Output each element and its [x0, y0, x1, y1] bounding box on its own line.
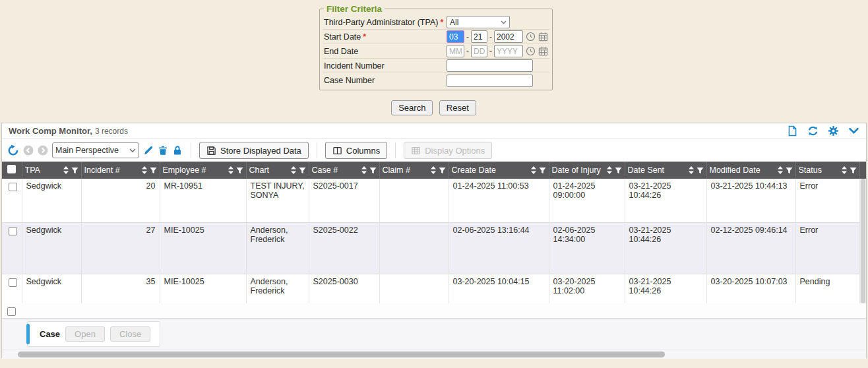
sort-icon[interactable]: [431, 166, 436, 174]
filter-funnel-icon[interactable]: [615, 167, 622, 174]
cell-date-sent: 03-21-2025 10:44:26: [625, 274, 706, 303]
cell-incident: 27: [81, 222, 160, 274]
cell-incident: 35: [81, 274, 160, 303]
select-all-checkbox[interactable]: [7, 165, 16, 173]
col-header-employee[interactable]: Employee #: [160, 162, 246, 179]
prev-page-icon[interactable]: [23, 145, 34, 156]
sort-icon[interactable]: [689, 166, 694, 174]
filter-funnel-icon[interactable]: [850, 167, 857, 174]
filter-funnel-icon[interactable]: [786, 167, 793, 174]
columns-button[interactable]: Columns: [325, 142, 387, 159]
required-asterisk: *: [440, 18, 443, 27]
end-date-dd-input[interactable]: [471, 45, 487, 57]
case-number-row: Case Number: [323, 73, 549, 88]
filter-funnel-icon[interactable]: [439, 167, 446, 174]
select-all-footer-checkbox[interactable]: [7, 307, 16, 316]
incident-number-input[interactable]: [447, 59, 533, 72]
case-number-input[interactable]: [447, 75, 533, 87]
next-page-icon[interactable]: [38, 145, 48, 156]
case-group-label: Case: [40, 329, 60, 339]
col-header-claim[interactable]: Claim #: [379, 162, 449, 179]
sort-icon[interactable]: [228, 166, 233, 174]
col-header-date-of-injury[interactable]: Date of Injury: [549, 162, 625, 179]
tpa-select[interactable]: All: [447, 16, 510, 28]
filter-criteria-panel: Filter Criteria Third-Party Administrato…: [319, 4, 548, 90]
col-header-case[interactable]: Case #: [309, 162, 379, 179]
calendar-icon[interactable]: [538, 32, 548, 42]
cell-claim: [379, 222, 449, 274]
row-checkbox[interactable]: [9, 278, 17, 287]
sort-icon[interactable]: [607, 166, 612, 174]
search-button[interactable]: Search: [391, 100, 433, 115]
col-header-tpa[interactable]: TPA: [22, 162, 81, 179]
collapse-chevron-icon[interactable]: [848, 125, 859, 137]
cell-case: S2025-0017: [309, 179, 379, 222]
table-row[interactable]: Sedgwick 20 MR-10951 TEST INJURY, SONYA …: [2, 179, 860, 222]
toolbar-divider: [317, 142, 317, 158]
display-options-button[interactable]: Display Options: [404, 142, 492, 159]
sort-icon[interactable]: [778, 166, 783, 174]
cell-tpa: Sedgwick: [22, 179, 81, 222]
lock-icon[interactable]: [172, 145, 183, 156]
start-date-yyyy-input[interactable]: [494, 30, 523, 43]
cell-chart: TEST INJURY, SONYA: [246, 179, 309, 222]
filter-funnel-icon[interactable]: [369, 167, 377, 174]
cell-status: Pending: [795, 274, 860, 303]
vertical-scrollbar[interactable]: [860, 179, 866, 303]
gear-icon[interactable]: [828, 125, 839, 137]
sort-icon[interactable]: [291, 166, 296, 174]
start-date-mm-input[interactable]: [447, 30, 464, 43]
row-checkbox[interactable]: [9, 183, 17, 191]
horizontal-scrollbar[interactable]: [2, 350, 866, 359]
sort-icon[interactable]: [361, 166, 367, 174]
trash-icon[interactable]: [158, 145, 168, 156]
cell-case: S2025-0030: [309, 274, 379, 303]
date-separator: -: [489, 32, 492, 42]
filter-funnel-icon[interactable]: [299, 167, 306, 174]
work-comp-monitor-panel: Work Comp Monitor, 3 records Main Perspe…: [1, 123, 867, 358]
close-case-button[interactable]: Close: [110, 326, 150, 342]
sort-icon[interactable]: [63, 166, 69, 174]
horizontal-scrollbar-thumb[interactable]: [18, 352, 665, 357]
cell-claim: [379, 179, 449, 222]
sort-icon[interactable]: [142, 166, 147, 174]
incident-number-row: Incident Number: [323, 59, 549, 73]
start-date-dd-input[interactable]: [471, 30, 487, 43]
edit-pencil-icon[interactable]: [143, 145, 154, 156]
table-row[interactable]: Sedgwick 35 MIE-10025 Anderson, Frederic…: [2, 274, 860, 303]
filter-funnel-icon[interactable]: [236, 167, 243, 174]
filter-funnel-icon[interactable]: [71, 167, 78, 174]
toolbar-divider: [191, 142, 191, 158]
row-checkbox[interactable]: [9, 227, 17, 235]
col-header-status[interactable]: Status: [795, 162, 860, 179]
clock-icon[interactable]: [526, 46, 536, 56]
reset-button[interactable]: Reset: [439, 100, 476, 115]
vertical-scrollbar-thumb[interactable]: [861, 179, 865, 303]
filter-funnel-icon[interactable]: [539, 167, 546, 174]
table-row[interactable]: Sedgwick 27 MIE-10025 Anderson, Frederic…: [2, 222, 860, 274]
clock-icon[interactable]: [526, 32, 536, 42]
end-date-mm-input[interactable]: [447, 45, 464, 57]
col-header-date-sent[interactable]: Date Sent: [625, 162, 706, 179]
store-displayed-data-button[interactable]: Store Displayed Data: [199, 142, 309, 159]
calendar-icon[interactable]: [538, 46, 548, 56]
col-header-incident[interactable]: Incident #: [81, 162, 160, 179]
undo-icon[interactable]: [7, 144, 19, 156]
tpa-select-value: All: [450, 18, 458, 27]
end-date-yyyy-input[interactable]: [494, 45, 523, 57]
chevron-down-icon: [129, 148, 136, 153]
filter-funnel-icon[interactable]: [150, 167, 157, 174]
sort-icon[interactable]: [531, 166, 536, 174]
col-header-create-date[interactable]: Create Date: [449, 162, 549, 179]
perspective-select[interactable]: Main Perspective: [52, 142, 139, 158]
cell-chart: Anderson, Frederick: [246, 222, 309, 274]
end-date-row: End Date - -: [323, 44, 549, 59]
filter-funnel-icon[interactable]: [697, 167, 704, 174]
col-header-chart[interactable]: Chart: [246, 162, 309, 179]
col-header-modified-date[interactable]: Modified Date: [706, 162, 795, 179]
refresh-icon[interactable]: [807, 125, 819, 137]
sort-icon[interactable]: [842, 166, 847, 174]
open-case-button[interactable]: Open: [65, 326, 105, 342]
required-asterisk: *: [363, 32, 366, 42]
new-document-icon[interactable]: [787, 125, 798, 137]
